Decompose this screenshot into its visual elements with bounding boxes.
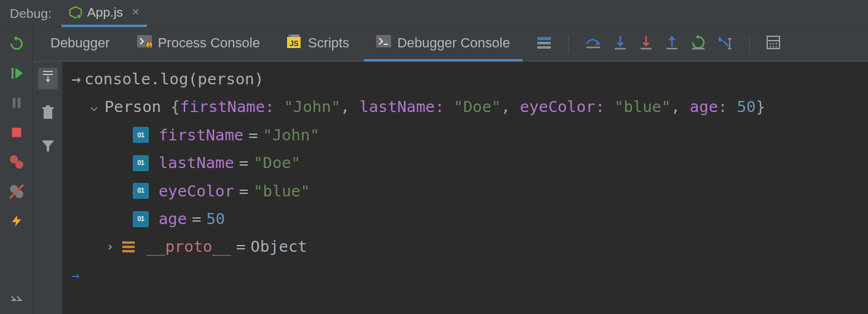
object-field-row[interactable]: 01eyeColor = "blue"	[63, 177, 868, 205]
lightning-icon[interactable]	[9, 213, 25, 229]
tab-label: Process Console	[158, 35, 260, 51]
svg-rect-60	[46, 105, 50, 107]
svg-rect-62	[122, 241, 135, 244]
svg-rect-26	[537, 42, 551, 44]
mute-breakpoints-icon[interactable]	[9, 183, 25, 199]
console-toolbar	[33, 62, 63, 314]
svg-marker-14	[12, 215, 21, 227]
object-field-row[interactable]: 01firstName = "John"	[63, 121, 868, 149]
separator	[568, 36, 569, 53]
view-breakpoints-icon[interactable]	[9, 154, 25, 170]
svg-rect-25	[537, 37, 551, 40]
toggle-layout-icon[interactable]	[536, 36, 552, 52]
step-over-icon[interactable]	[585, 35, 602, 53]
nodejs-icon	[69, 6, 82, 19]
debug-sidebar	[0, 27, 33, 314]
input-arrow-icon: →	[71, 70, 81, 88]
object-field-row[interactable]: 01age = 50	[63, 205, 868, 233]
svg-rect-58	[44, 109, 52, 119]
field-badge-icon: 01	[133, 127, 149, 143]
svg-rect-59	[42, 107, 53, 109]
svg-marker-31	[617, 42, 624, 47]
svg-rect-4	[12, 68, 14, 79]
debug-label: Debug:	[0, 6, 61, 21]
svg-line-42	[724, 41, 728, 46]
svg-marker-61	[42, 140, 54, 151]
file-tab-label: App.js	[87, 5, 123, 20]
step-into-icon[interactable]	[613, 34, 628, 54]
svg-rect-63	[122, 246, 135, 248]
field-badge-icon: 01	[133, 183, 149, 199]
resume-icon[interactable]	[9, 65, 25, 81]
svg-marker-39	[696, 34, 698, 39]
svg-rect-23	[376, 35, 391, 47]
tab-scripts[interactable]: JS Scripts	[275, 27, 361, 62]
proto-row[interactable]: › __proto__ = Object	[63, 233, 868, 260]
svg-rect-8	[12, 128, 21, 137]
prompt-arrow-icon: →	[71, 268, 79, 283]
step-out-icon[interactable]	[665, 34, 679, 54]
debugger-tabs: Debugger Process Console JS Scripts Debu…	[33, 27, 868, 62]
stop-icon[interactable]	[9, 124, 25, 140]
svg-rect-22	[291, 34, 299, 37]
svg-marker-37	[668, 36, 676, 40]
console-icon	[376, 35, 391, 51]
console-output: →console.log(person) ⌵ Person {firstName…	[63, 62, 868, 314]
evaluate-at-cursor-icon[interactable]	[717, 35, 733, 53]
svg-point-49	[772, 43, 774, 45]
svg-marker-28	[596, 41, 601, 46]
scroll-to-end-icon[interactable]	[38, 68, 58, 89]
proto-key: __proto__	[146, 233, 231, 260]
svg-point-50	[775, 43, 777, 45]
svg-text:JS: JS	[290, 39, 299, 48]
object-icon	[120, 239, 136, 255]
close-icon[interactable]: ✕	[132, 6, 140, 18]
field-badge-icon: 01	[133, 211, 149, 227]
svg-marker-41	[719, 36, 724, 41]
force-step-into-icon[interactable]	[639, 34, 653, 54]
js-icon: JS	[287, 34, 302, 52]
filter-icon[interactable]	[41, 139, 55, 156]
svg-marker-57	[45, 79, 50, 83]
svg-point-48	[769, 43, 771, 45]
object-summary-row[interactable]: ⌵ Person {firstName: "John", lastName: "…	[63, 93, 868, 121]
svg-marker-3	[14, 36, 16, 41]
separator	[749, 36, 750, 53]
tab-debugger-console[interactable]: Debugger Console	[364, 27, 522, 62]
svg-rect-64	[122, 250, 135, 252]
svg-point-52	[772, 46, 774, 48]
svg-marker-34	[642, 42, 650, 47]
svg-point-53	[775, 46, 777, 48]
class-name: Person	[105, 97, 161, 116]
svg-rect-6	[12, 98, 15, 108]
chevron-right-icon[interactable]: ›	[105, 236, 116, 258]
tab-label: Scripts	[308, 35, 349, 51]
pause-icon[interactable]	[9, 95, 25, 111]
trash-icon[interactable]	[41, 105, 55, 123]
console-prompt[interactable]: →	[63, 261, 868, 289]
proto-value: Object	[251, 233, 307, 260]
run-to-cursor-icon[interactable]	[690, 34, 706, 54]
title-bar: Debug: App.js ✕	[0, 0, 868, 27]
console-command-text: console.log(person)	[84, 70, 264, 88]
calculator-icon[interactable]	[766, 35, 781, 53]
tab-label: Debugger	[50, 35, 110, 51]
file-tab-appjs[interactable]: App.js ✕	[61, 0, 147, 27]
console-icon	[137, 35, 152, 51]
tab-debugger[interactable]: Debugger	[38, 27, 122, 62]
svg-point-10	[15, 161, 23, 169]
tab-label: Debugger Console	[397, 35, 510, 51]
console-input-echo: →console.log(person)	[63, 65, 868, 93]
svg-marker-5	[15, 68, 23, 79]
svg-rect-7	[17, 98, 20, 108]
object-field-row[interactable]: 01lastName = "Doe"	[63, 149, 868, 177]
rerun-icon[interactable]	[9, 36, 25, 52]
chevron-down-icon[interactable]: ⌵	[89, 96, 100, 118]
svg-point-51	[769, 46, 771, 48]
tab-process-console[interactable]: Process Console	[125, 27, 272, 62]
svg-point-2	[77, 14, 81, 17]
field-badge-icon: 01	[133, 155, 149, 171]
more-icon[interactable]	[9, 291, 25, 307]
svg-rect-27	[537, 46, 551, 49]
